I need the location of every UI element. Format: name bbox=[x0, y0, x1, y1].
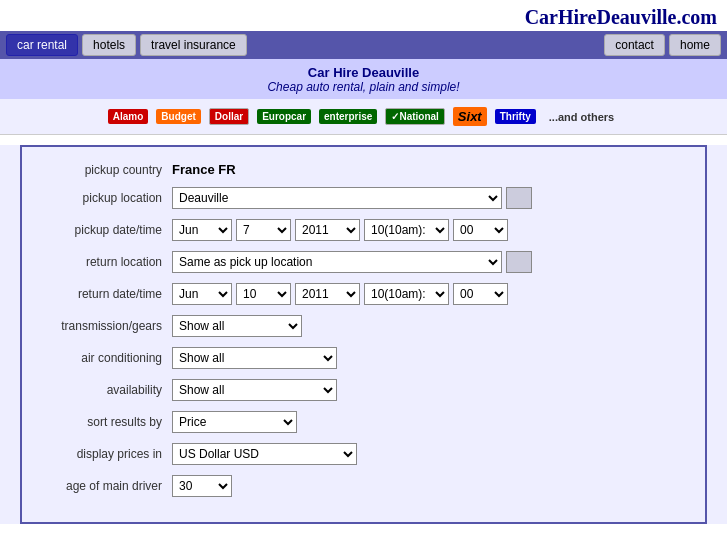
pickup-date-items: Jun 7 2011 10(10am): 00 bbox=[172, 219, 508, 241]
nav-hotels[interactable]: hotels bbox=[82, 34, 136, 56]
return-location-select[interactable]: Same as pick up location bbox=[172, 251, 502, 273]
return-year-select[interactable]: 2011 bbox=[295, 283, 360, 305]
tagline-sub: Cheap auto rental, plain and simple! bbox=[0, 80, 727, 94]
return-month-select[interactable]: Jun bbox=[172, 283, 232, 305]
pickup-country-label: pickup country bbox=[32, 163, 172, 177]
transmission-label: transmission/gears bbox=[32, 319, 172, 333]
nav-home[interactable]: home bbox=[669, 34, 721, 56]
availability-row: availability Show all bbox=[32, 379, 685, 401]
pickup-location-select[interactable]: Deauville bbox=[172, 187, 502, 209]
pickup-year-select[interactable]: 2011 bbox=[295, 219, 360, 241]
transmission-row: transmission/gears Show all bbox=[32, 315, 685, 337]
air-select[interactable]: Show all bbox=[172, 347, 337, 369]
return-minutes-select[interactable]: 00 bbox=[453, 283, 508, 305]
nav-car-rental[interactable]: car rental bbox=[6, 34, 78, 56]
tagline: Car Hire Deauville Cheap auto rental, pl… bbox=[0, 59, 727, 99]
brand-others: ...and others bbox=[544, 109, 619, 125]
form-container: pickup country France FR pickup location… bbox=[20, 145, 707, 524]
brand-budget: Budget bbox=[156, 109, 200, 124]
age-row: age of main driver 30 bbox=[32, 475, 685, 497]
brand-europcar: Europcar bbox=[257, 109, 311, 124]
air-row: air conditioning Show all bbox=[32, 347, 685, 369]
pickup-country-value: France FR bbox=[172, 162, 236, 177]
nav-contact[interactable]: contact bbox=[604, 34, 665, 56]
return-location-row: return location Same as pick up location bbox=[32, 251, 685, 273]
availability-label: availability bbox=[32, 383, 172, 397]
nav-left: car rental hotels travel insurance bbox=[6, 34, 247, 56]
sort-select[interactable]: Price bbox=[172, 411, 297, 433]
availability-select[interactable]: Show all bbox=[172, 379, 337, 401]
air-label: air conditioning bbox=[32, 351, 172, 365]
pickup-date-label: pickup date/time bbox=[32, 223, 172, 237]
sort-label: sort results by bbox=[32, 415, 172, 429]
site-header: CarHireDeauville.com bbox=[0, 0, 727, 31]
nav-bar: car rental hotels travel insurance conta… bbox=[0, 31, 727, 59]
pickup-day-select[interactable]: 7 bbox=[236, 219, 291, 241]
age-select[interactable]: 30 bbox=[172, 475, 232, 497]
currency-row: display prices in US Dollar USD bbox=[32, 443, 685, 465]
pickup-month-select[interactable]: Jun bbox=[172, 219, 232, 241]
sort-row: sort results by Price bbox=[32, 411, 685, 433]
transmission-select[interactable]: Show all bbox=[172, 315, 302, 337]
return-day-select[interactable]: 10 bbox=[236, 283, 291, 305]
brand-thrifty: Thrifty bbox=[495, 109, 536, 124]
return-date-label: return date/time bbox=[32, 287, 172, 301]
nav-travel-insurance[interactable]: travel insurance bbox=[140, 34, 247, 56]
age-label: age of main driver bbox=[32, 479, 172, 493]
pickup-location-label: pickup location bbox=[32, 191, 172, 205]
return-time-select[interactable]: 10(10am): bbox=[364, 283, 449, 305]
brand-enterprise: enterprise bbox=[319, 109, 377, 124]
tagline-main: Car Hire Deauville bbox=[0, 65, 727, 80]
return-location-button[interactable] bbox=[506, 251, 532, 273]
brands-strip: Alamo Budget Dollar Europcar enterprise … bbox=[0, 99, 727, 135]
pickup-country-row: pickup country France FR bbox=[32, 162, 685, 177]
return-date-items: Jun 10 2011 10(10am): 00 bbox=[172, 283, 508, 305]
main-area: pickup country France FR pickup location… bbox=[0, 145, 727, 524]
brand-dollar: Dollar bbox=[209, 108, 249, 125]
return-date-row: return date/time Jun 10 2011 10(10am): 0… bbox=[32, 283, 685, 305]
return-location-label: return location bbox=[32, 255, 172, 269]
brand-national: ✓National bbox=[385, 108, 444, 125]
currency-select[interactable]: US Dollar USD bbox=[172, 443, 357, 465]
pickup-minutes-select[interactable]: 00 bbox=[453, 219, 508, 241]
brand-alamo: Alamo bbox=[108, 109, 149, 124]
pickup-date-row: pickup date/time Jun 7 2011 10(10am): 00 bbox=[32, 219, 685, 241]
pickup-location-button[interactable] bbox=[506, 187, 532, 209]
brand-sixt: Sixt bbox=[453, 107, 487, 126]
site-title: CarHireDeauville.com bbox=[525, 6, 717, 28]
pickup-location-row: pickup location Deauville bbox=[32, 187, 685, 209]
currency-label: display prices in bbox=[32, 447, 172, 461]
pickup-time-select[interactable]: 10(10am): bbox=[364, 219, 449, 241]
nav-right: contact home bbox=[604, 34, 721, 56]
